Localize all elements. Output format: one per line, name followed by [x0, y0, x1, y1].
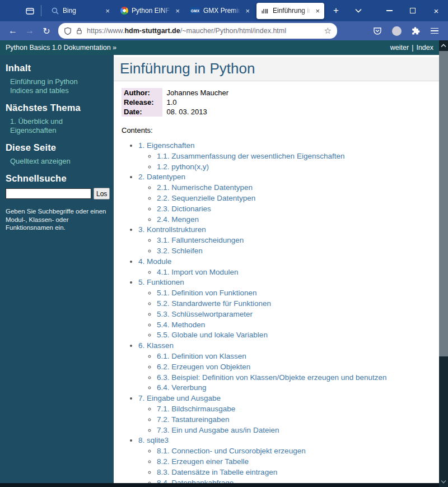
toc-link[interactable]: 2.2. Sequenzielle Datentypen [157, 194, 255, 202]
scroll-down-button[interactable] [439, 477, 448, 485]
toc-subitem: 7.2. Tastatureingaben [157, 415, 439, 425]
minimize-button[interactable] [377, 0, 401, 21]
account-button[interactable] [390, 24, 403, 38]
toc-subitem: 1.2. python(x,y) [157, 162, 439, 173]
sidebar-link-list: Einführung in PythonIndices and tables [6, 77, 107, 95]
toc-link[interactable]: 1.1. Zusammenfassung der wesentlichen Ei… [157, 152, 344, 160]
toc-subitem: 8.1. Connection- und Cursorobjekt erzeug… [157, 446, 439, 457]
extensions-button[interactable] [409, 24, 422, 38]
tab-inactive[interactable]: Python EINFÜH× [116, 3, 184, 19]
toc-link[interactable]: 5. Funktionen [138, 278, 184, 286]
tab-close-icon[interactable]: × [315, 7, 320, 15]
scroll-up-button[interactable] [439, 40, 448, 51]
field-value: 08. 03. 2013 [162, 107, 229, 117]
toc-subitem: 5.5. Globale und lokale Variablen [157, 330, 439, 341]
toc-subitem: 6.4. Vererbung [157, 383, 439, 393]
sidebar-link-item: Indices and tables [10, 86, 107, 95]
toc-sublist: 1.1. Zusammenfassung der wesentlichen Ei… [138, 151, 439, 173]
breadcrumb[interactable]: Python Basics 1.0 Dokumentation » [6, 44, 116, 52]
toc-link[interactable]: 6.3. Beispiel: Definition von Klassen/Ob… [157, 373, 387, 382]
tab-inactive[interactable]: GMXGMX Premium× [186, 3, 254, 19]
toc-link[interactable]: 8.3. Datensätze in Tabelle eintragen [157, 468, 277, 476]
field-label: Author: [122, 88, 162, 98]
search-go-button[interactable]: Los [94, 188, 110, 200]
sidebar-sections: InhaltEinführung in PythonIndices and ta… [6, 63, 107, 166]
sidebar-link-list: Quelltext anzeigen [6, 157, 107, 166]
toc-link[interactable]: 6.2. Erzeugen von Objekten [157, 363, 250, 371]
index-link[interactable]: Index [416, 44, 433, 52]
toc-link[interactable]: 3.2. Schleifen [157, 247, 203, 255]
toc-link[interactable]: 8.1. Connection- und Cursorobjekt erzeug… [157, 447, 306, 455]
next-link[interactable]: weiter [390, 44, 409, 52]
site-favicon [260, 6, 269, 15]
toc-link[interactable]: 5.1. Definition von Funktionen [157, 289, 257, 297]
toc-link[interactable]: 5.2. Standardwerte für Funktionen [157, 299, 271, 308]
sidebar-link[interactable]: Quelltext anzeigen [10, 157, 71, 165]
quick-search-heading: Schnellsuche [6, 173, 107, 184]
toc-link[interactable]: 5.3. Schlüsselwortparameter [157, 310, 253, 318]
toc-link[interactable]: 3. Kontrollstrukturen [138, 225, 206, 234]
menu-button[interactable] [428, 24, 441, 38]
toc-link[interactable]: 1. Eigenschaften [138, 141, 195, 150]
tab-close-icon[interactable]: × [175, 7, 180, 15]
toc-link[interactable]: 5.5. Globale und lokale Variablen [157, 331, 268, 339]
forward-button[interactable]: → [21, 23, 38, 39]
hamburger-icon [431, 28, 438, 34]
search-help-text: Geben Sie Suchbegriffe oder einen Modul-… [6, 207, 107, 232]
toc-subitem: 6.2. Erzeugen von Objekten [157, 362, 439, 373]
toc-link[interactable]: 7.2. Tastatureingaben [157, 415, 230, 424]
page-scrollbar[interactable] [439, 40, 448, 487]
toc-link[interactable]: 2.1. Numerische Datentypen [157, 183, 253, 192]
search-input[interactable] [6, 188, 91, 199]
sidebar-link-list: 1. Überblick und Eigenschaften [6, 117, 107, 135]
reload-button[interactable]: ↻ [38, 23, 55, 39]
toc-link[interactable]: 2.4. Mengen [157, 215, 199, 224]
tab-title: Einführung in P [273, 7, 311, 15]
pocket-button[interactable] [371, 24, 384, 38]
tab-bar: Bing×Python EINFÜH×GMXGMX Premium×Einfüh… [0, 0, 448, 21]
toc-link[interactable]: 7.1. Bildschirmausgabe [157, 405, 235, 413]
tab-active[interactable]: Einführung in P× [256, 3, 324, 19]
toc-link[interactable]: 6.4. Vererbung [157, 383, 207, 392]
tab-close-icon[interactable]: × [245, 7, 250, 15]
toc-link[interactable]: 8.2. Erzeugen einer Tabelle [157, 457, 249, 466]
sidebar-link[interactable]: 1. Überblick und Eigenschaften [10, 117, 63, 134]
tab-close-icon[interactable]: × [105, 7, 110, 15]
toc-link[interactable]: 6.1. Definition von Klassen [157, 352, 246, 360]
quick-search-row: Los [6, 188, 107, 200]
bookmark-star-icon[interactable]: ☆ [324, 26, 332, 36]
toc-item: 5. Funktionen5.1. Definition von Funktio… [138, 277, 439, 341]
back-button[interactable]: ← [4, 23, 21, 39]
sidebar-link-item: 1. Überblick und Eigenschaften [10, 117, 107, 135]
navigation-toolbar: ← → ↻ https://www.hdm-stuttgart.de/~mauc… [0, 21, 448, 40]
toc-link[interactable]: 8. sqlite3 [138, 436, 169, 444]
toc-link[interactable]: 8.4. Datenbankabfrage [157, 479, 234, 484]
toc-subitem: 1.1. Zusammenfassung der wesentlichen Ei… [157, 151, 439, 162]
field-value: Johannes Maucher [162, 88, 229, 98]
maximize-button[interactable] [401, 0, 424, 21]
firefox-view-button[interactable] [25, 6, 35, 16]
toc-link[interactable]: 3.1. Fallunterscheidungen [157, 236, 244, 244]
tab-inactive[interactable]: Bing× [46, 3, 114, 19]
url-bar[interactable]: https://www.hdm-stuttgart.de/~maucher/Py… [58, 23, 337, 39]
toc-link[interactable]: 1.2. python(x,y) [157, 163, 209, 171]
toc-link[interactable]: 7. Eingabe und Ausgabe [138, 394, 221, 402]
toc-link[interactable]: 7.3. Ein und Ausgabe aus/in Dateien [157, 426, 279, 434]
sidebar-link[interactable]: Einführung in Python [10, 77, 78, 86]
toc-link[interactable]: 2.3. Dictionaries [157, 205, 211, 213]
toc-link[interactable]: 6. Klassen [138, 341, 174, 350]
minimize-icon [386, 10, 393, 11]
toc-link[interactable]: 5.4. Methoden [157, 321, 205, 329]
related-bar: Python Basics 1.0 Dokumentation » weiter… [0, 40, 439, 55]
toc-item: 7. Eingabe und Ausgabe7.1. Bildschirmaus… [138, 393, 439, 435]
toc-link[interactable]: 4.1. Import von Modulen [157, 268, 239, 276]
scrollbar-thumb[interactable] [439, 51, 448, 356]
field-row: Author:Johannes Maucher [122, 88, 229, 98]
close-window-button[interactable]: × [424, 0, 448, 21]
new-tab-button[interactable]: + [329, 3, 343, 18]
toc-link[interactable]: 4. Module [138, 257, 171, 266]
sidebar-link[interactable]: Indices and tables [10, 86, 69, 95]
all-tabs-button[interactable] [351, 3, 366, 18]
chevron-down-icon [441, 480, 446, 484]
toc-link[interactable]: 2. Datentypen [138, 173, 185, 181]
